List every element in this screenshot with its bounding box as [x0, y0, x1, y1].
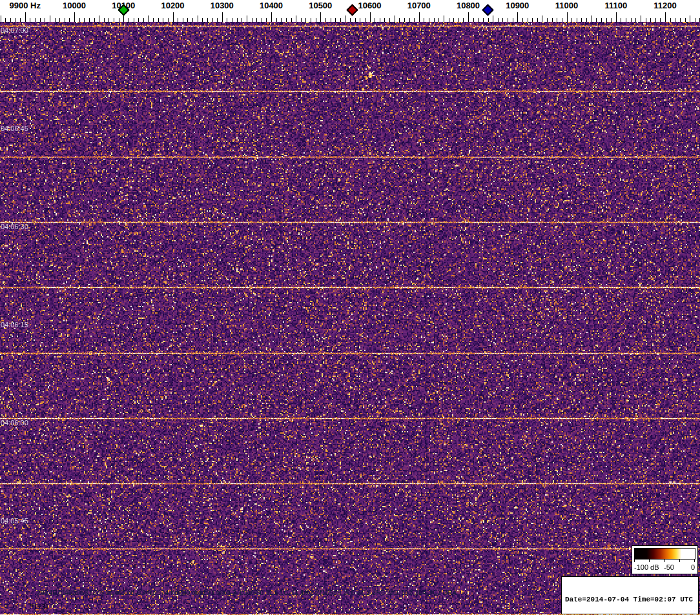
legend-label-min: -100 dB	[634, 563, 659, 571]
freq-axis-label: 11000	[555, 1, 578, 10]
legend-tick	[679, 560, 680, 562]
time-axis-label: 04:06:15	[1, 321, 28, 328]
color-scale-legend: -100 dB -50 0	[632, 545, 698, 574]
time-axis-label: 04:05:45	[1, 517, 28, 525]
freq-axis-label: 10600	[358, 1, 381, 10]
freq-axis-label: 10200	[161, 1, 184, 10]
info-date-time: Date=2014-07-04 Time=02:07 UTC	[565, 596, 695, 604]
freq-axis-label: 10400	[260, 1, 283, 10]
detection-status-line: 20140704020531276 hCnt3 nb-83 f10574 hit…	[37, 589, 457, 596]
freq-axis-label: 11200	[654, 1, 676, 10]
freq-axis-label: 10900	[506, 1, 529, 10]
freq-axis-label: 10000	[63, 1, 86, 10]
legend-tick	[694, 560, 695, 562]
freq-axis-label: 10300	[211, 1, 234, 10]
observation-info-box: Date=2014-07-04 Time=02:07 UTC Freq=143 …	[561, 576, 699, 614]
legend-tick	[649, 560, 650, 562]
freq-axis-label: 10800	[457, 1, 480, 10]
screen: 9900 Hz100001010010200103001040010500106…	[0, 0, 700, 615]
time-axis-label: 04:07:00	[1, 26, 28, 34]
legend-label-mid: -50	[664, 563, 674, 571]
legend-tick	[664, 560, 665, 562]
legend-label-max: 0	[691, 563, 695, 571]
corner-note: ^1+31	[30, 603, 49, 610]
color-scale-gradient	[634, 548, 695, 560]
time-axis-label: 04:06:00	[1, 419, 28, 427]
freq-axis-label: 11100	[604, 1, 627, 10]
legend-tick	[634, 560, 635, 562]
freq-axis-label: 10700	[407, 1, 431, 10]
frequency-axis: 9900 Hz100001010010200103001040010500106…	[0, 0, 700, 22]
freq-axis-label: 10500	[309, 1, 332, 10]
time-axis-label: 04:06:30	[1, 223, 28, 230]
time-axis-label: 04:06:45	[1, 125, 28, 132]
spectrogram-canvas	[0, 22, 700, 615]
freq-axis-label: 9900 Hz	[10, 1, 41, 10]
